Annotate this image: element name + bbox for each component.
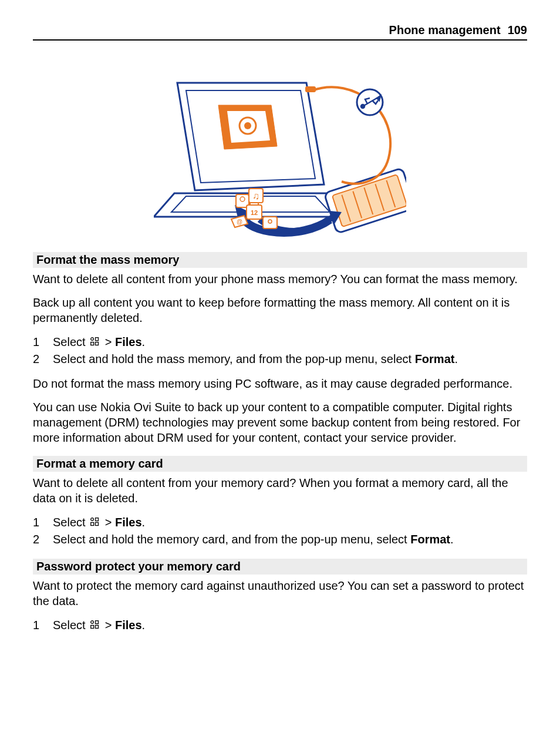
section-heading-format-memory-card: Format a memory card [33, 456, 527, 472]
body-text: You can use Nokia Ovi Suite to back up y… [33, 399, 527, 445]
step-number: 2 [33, 531, 53, 548]
text: Select [53, 516, 89, 529]
svg-point-18 [361, 105, 365, 108]
text: > [102, 619, 115, 631]
list-item: 1 Select > Files. [33, 617, 527, 634]
header-title: Phone management [389, 23, 501, 37]
svg-rect-41 [96, 523, 99, 526]
sync-illustration: ♫ 12 @ [33, 64, 527, 240]
svg-point-7 [244, 122, 251, 129]
list-item: 2 Select and hold the memory card, and f… [33, 531, 527, 548]
step-text: Select and hold the mass memory, and fro… [53, 351, 527, 368]
step-text: Select > Files. [53, 514, 527, 531]
page-number: 109 [508, 23, 527, 37]
step-text: Select > Files. [53, 334, 527, 351]
text: > [102, 516, 115, 529]
svg-point-38 [91, 518, 94, 521]
steps-list: 1 Select > Files. 2 Select and hold the … [33, 514, 527, 548]
list-item: 1 Select > Files. [33, 514, 527, 531]
text: . [142, 619, 146, 631]
text: . [450, 533, 454, 546]
step-number: 2 [33, 351, 53, 368]
menu-grid-icon [90, 517, 100, 528]
list-item: 2 Select and hold the mass memory, and f… [33, 351, 527, 368]
format-label: Format [415, 352, 455, 365]
svg-rect-15 [305, 86, 316, 92]
svg-rect-43 [96, 621, 99, 624]
text: Select and hold the memory card, and fro… [53, 533, 410, 546]
body-text: Want to delete all content from your mem… [33, 475, 527, 506]
files-label: Files [115, 619, 142, 631]
svg-rect-44 [91, 626, 94, 629]
text: . [142, 516, 146, 529]
page-header: Phone management 109 [33, 23, 527, 41]
svg-point-42 [91, 621, 94, 624]
body-text: Back up all content you want to keep bef… [33, 295, 527, 325]
files-label: Files [115, 335, 142, 348]
format-label: Format [410, 533, 450, 546]
step-number: 1 [33, 617, 53, 634]
menu-grid-icon [90, 337, 100, 347]
step-text: Select > Files. [53, 617, 527, 634]
svg-rect-39 [96, 518, 99, 521]
svg-rect-45 [96, 626, 99, 629]
files-label: Files [115, 516, 142, 529]
svg-rect-37 [96, 342, 99, 345]
svg-text:♫: ♫ [252, 191, 259, 201]
section-heading-format-mass-memory: Format the mass memory [33, 252, 527, 268]
step-number: 1 [33, 514, 53, 531]
steps-list: 1 Select > Files. 2 Select and hold the … [33, 334, 527, 368]
text: Select [53, 619, 89, 631]
step-number: 1 [33, 334, 53, 351]
text: . [454, 352, 458, 365]
text: Select [53, 335, 89, 348]
section-heading-password-protect: Password protect your memory card [33, 559, 527, 575]
body-text: Want to delete all content from your pho… [33, 271, 527, 287]
svg-text:@: @ [237, 219, 242, 225]
svg-rect-36 [91, 342, 94, 345]
steps-list: 1 Select > Files. [33, 617, 527, 634]
svg-rect-40 [91, 523, 94, 526]
svg-rect-35 [96, 338, 99, 341]
body-text: Do not format the mass memory using PC s… [33, 376, 527, 391]
text: Select and hold the mass memory, and fro… [53, 352, 415, 365]
text: . [142, 335, 146, 348]
body-text: Want to protect the memory card against … [33, 578, 527, 609]
step-text: Select and hold the memory card, and fro… [53, 531, 527, 548]
svg-point-34 [91, 338, 94, 341]
laptop-phone-sync-icon: ♫ 12 @ [154, 64, 406, 240]
list-item: 1 Select > Files. [33, 334, 527, 351]
svg-text:12: 12 [251, 209, 258, 216]
text: > [102, 335, 115, 348]
document-page: Phone management 109 [0, 0, 560, 666]
svg-rect-32 [263, 217, 277, 229]
menu-grid-icon [90, 620, 100, 630]
